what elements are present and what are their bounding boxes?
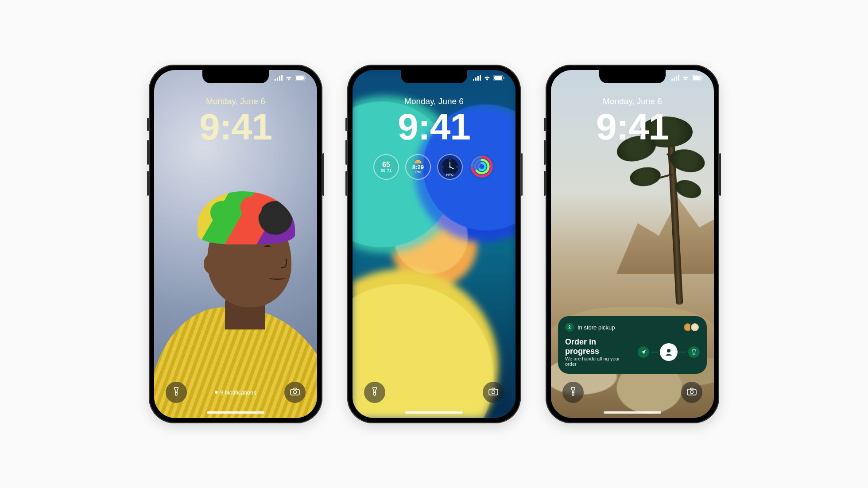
camera-icon bbox=[488, 387, 498, 397]
battery-icon bbox=[493, 75, 505, 81]
activity-rings-icon bbox=[470, 155, 493, 179]
step-ready-icon bbox=[688, 346, 700, 358]
wifi-icon bbox=[285, 75, 292, 81]
svg-rect-0 bbox=[275, 79, 276, 81]
camera-button[interactable] bbox=[284, 382, 306, 403]
lock-screen-widgets-row: 65 55 72 8:29 PM NYC bbox=[353, 154, 515, 180]
svg-rect-1 bbox=[277, 77, 278, 81]
step-preparing-icon bbox=[660, 343, 678, 361]
dot-icon bbox=[215, 391, 217, 394]
notch bbox=[599, 70, 666, 83]
notch bbox=[202, 70, 269, 83]
flashlight-button[interactable] bbox=[166, 382, 187, 403]
live-activity-card[interactable]: In store pickup Order in progress We are… bbox=[558, 316, 707, 374]
home-indicator[interactable] bbox=[604, 411, 661, 414]
svg-rect-32 bbox=[489, 389, 498, 395]
svg-rect-34 bbox=[671, 79, 673, 81]
notch bbox=[401, 70, 467, 83]
svg-rect-2 bbox=[279, 76, 280, 81]
battery-icon bbox=[692, 75, 703, 81]
svg-point-44 bbox=[573, 392, 574, 393]
svg-rect-45 bbox=[687, 389, 696, 395]
camera-icon bbox=[687, 387, 697, 397]
camera-icon bbox=[290, 387, 300, 397]
sunset-widget[interactable]: 8:29 PM bbox=[405, 154, 431, 180]
lock-screen-date: Monday, June 6 bbox=[551, 97, 714, 106]
svg-rect-13 bbox=[480, 75, 481, 81]
sunset-time: 8:29 bbox=[412, 164, 424, 170]
weather-widget[interactable]: 65 55 72 bbox=[373, 154, 399, 180]
flashlight-icon bbox=[569, 387, 577, 398]
flashlight-icon bbox=[370, 387, 379, 398]
lock-screen-portrait[interactable]: Monday, June 6 9:41 8 Notifications bbox=[154, 70, 317, 418]
wallpaper-portrait bbox=[154, 166, 317, 418]
lock-screen-time: 9:41 bbox=[353, 105, 515, 148]
svg-rect-6 bbox=[305, 77, 306, 79]
svg-point-7 bbox=[176, 392, 177, 393]
lock-screen-desert[interactable]: Monday, June 6 9:41 In store pickup Orde… bbox=[551, 70, 714, 418]
battery-icon bbox=[295, 75, 306, 81]
svg-rect-12 bbox=[477, 76, 479, 81]
svg-rect-40 bbox=[702, 77, 703, 79]
iphone-device-1: Monday, June 6 9:41 8 Notifications bbox=[149, 65, 322, 423]
step-sent-icon bbox=[638, 346, 649, 358]
wifi-icon bbox=[682, 75, 689, 81]
starbucks-logo-icon bbox=[565, 323, 574, 332]
activity-rings-widget[interactable] bbox=[469, 154, 495, 180]
notifications-label: 8 Notifications bbox=[220, 389, 256, 396]
live-activity-title: Order in progress bbox=[565, 337, 632, 356]
svg-point-33 bbox=[492, 391, 495, 394]
world-clock-widget[interactable]: NYC bbox=[437, 154, 463, 180]
lock-screen-time: 9:41 bbox=[551, 105, 714, 148]
weather-high: 72 bbox=[387, 169, 391, 173]
notifications-summary[interactable]: 8 Notifications bbox=[215, 389, 256, 396]
cellular-signal-icon bbox=[473, 75, 481, 81]
svg-rect-37 bbox=[678, 75, 679, 81]
iphone-device-3: Monday, June 6 9:41 In store pickup Orde… bbox=[546, 65, 719, 423]
lock-screen-date: Monday, June 6 bbox=[353, 97, 515, 106]
weather-low: 55 bbox=[381, 169, 385, 173]
home-indicator[interactable] bbox=[405, 411, 463, 414]
svg-rect-16 bbox=[504, 77, 504, 79]
world-clock-city: NYC bbox=[446, 173, 454, 177]
status-bar bbox=[275, 75, 306, 81]
svg-rect-11 bbox=[475, 77, 477, 81]
order-items-thumbnails bbox=[686, 322, 700, 332]
lock-screen-time: 9:41 bbox=[154, 105, 317, 148]
svg-point-46 bbox=[690, 391, 694, 394]
svg-point-9 bbox=[294, 391, 297, 394]
wifi-icon bbox=[484, 75, 491, 81]
svg-rect-10 bbox=[473, 79, 474, 81]
svg-rect-39 bbox=[693, 76, 701, 80]
camera-button[interactable] bbox=[681, 382, 702, 403]
flashlight-icon bbox=[172, 387, 181, 398]
svg-rect-8 bbox=[291, 389, 299, 395]
svg-rect-5 bbox=[296, 76, 304, 80]
status-bar bbox=[671, 75, 703, 81]
lock-screen-date: Monday, June 6 bbox=[154, 97, 317, 106]
svg-rect-36 bbox=[676, 76, 677, 81]
live-activity-subtitle: We are handcrafting your order bbox=[565, 356, 632, 367]
svg-rect-35 bbox=[674, 77, 675, 81]
cellular-signal-icon bbox=[671, 75, 679, 81]
weather-temp: 65 bbox=[382, 161, 390, 169]
status-bar bbox=[473, 75, 505, 81]
iphone-device-2: Monday, June 6 9:41 65 55 72 8:29 PM bbox=[347, 65, 521, 423]
home-indicator[interactable] bbox=[207, 411, 264, 414]
svg-rect-3 bbox=[281, 75, 283, 81]
svg-point-31 bbox=[374, 392, 375, 393]
sunset-period: PM bbox=[415, 170, 421, 174]
live-activity-header: In store pickup bbox=[577, 324, 615, 331]
cellular-signal-icon bbox=[275, 75, 283, 81]
svg-point-42 bbox=[667, 349, 670, 352]
flashlight-button[interactable] bbox=[364, 382, 385, 403]
svg-rect-15 bbox=[494, 76, 502, 80]
order-item-thumb-2 bbox=[690, 322, 700, 332]
svg-point-24 bbox=[449, 166, 450, 167]
flashlight-button[interactable] bbox=[562, 382, 584, 403]
camera-button[interactable] bbox=[483, 382, 504, 403]
progress-steps bbox=[638, 343, 700, 361]
lock-screen-gradient[interactable]: Monday, June 6 9:41 65 55 72 8:29 PM bbox=[353, 70, 515, 418]
